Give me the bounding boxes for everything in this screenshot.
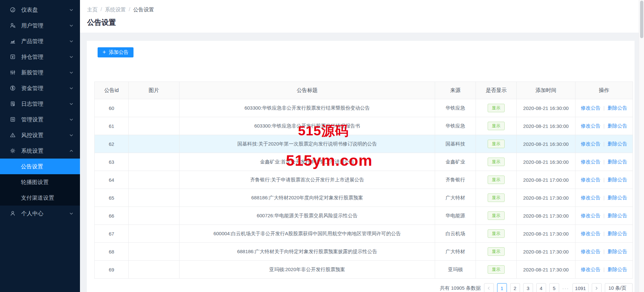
sidebar-item-3[interactable]: 持仓管理 <box>0 49 80 65</box>
sidebar-item-label: 资金管理 <box>21 85 43 92</box>
delete-announcement-link[interactable]: 删除公告 <box>607 141 627 146</box>
pagination-next-button[interactable] <box>592 283 602 292</box>
sidebar-subitem-1[interactable]: 轮播图设置 <box>0 174 80 190</box>
cell-display: 显示 <box>476 243 517 261</box>
cell-source: 齐鲁银行 <box>435 171 476 189</box>
pagination-page-1[interactable]: 1 <box>497 283 507 292</box>
pagination-page-1091[interactable]: 1091 <box>573 283 589 292</box>
column-header-4: 是否显示 <box>476 82 517 99</box>
scrollbar-thumb[interactable] <box>640 1 643 38</box>
dollar-circle-icon <box>10 85 16 91</box>
delete-announcement-link[interactable]: 删除公告 <box>607 177 627 182</box>
edit-announcement-link[interactable]: 修改公告 <box>581 177 601 182</box>
cell-announcement-id: 66 <box>95 207 129 225</box>
sidebar-item-9[interactable]: 系统设置 <box>0 143 80 159</box>
display-badge[interactable]: 显示 <box>488 104 505 112</box>
display-badge[interactable]: 显示 <box>488 265 505 274</box>
edit-announcement-link[interactable]: 修改公告 <box>581 195 601 200</box>
cell-add-time: 2020-08-21 17:30:00 <box>517 261 575 279</box>
display-badge[interactable]: 显示 <box>488 229 505 238</box>
chevron-down-icon <box>69 211 73 216</box>
display-badge[interactable]: 显示 <box>488 247 505 256</box>
table-row: 66600726:华电能源关于股票交易风险提示性公告华电能源显示2020-08-… <box>95 207 633 225</box>
cell-display: 显示 <box>476 153 517 171</box>
pagination-page-2[interactable]: 2 <box>510 283 520 292</box>
breadcrumb-item-0[interactable]: 主页 <box>87 7 98 13</box>
edit-announcement-link[interactable]: 修改公告 <box>581 267 601 272</box>
pagination-page-3[interactable]: 3 <box>523 283 533 292</box>
delete-announcement-link[interactable]: 删除公告 <box>607 123 627 129</box>
warning-triangle-icon <box>10 132 16 138</box>
chevron-down-icon <box>69 55 73 59</box>
delete-announcement-link[interactable]: 删除公告 <box>607 105 627 111</box>
action-divider: | <box>604 231 605 236</box>
cell-actions: 修改公告|删除公告 <box>575 117 633 135</box>
display-badge[interactable]: 显示 <box>488 211 505 220</box>
display-badge[interactable]: 显示 <box>488 158 505 166</box>
action-divider: | <box>604 123 605 129</box>
delete-announcement-link[interactable]: 删除公告 <box>607 231 627 236</box>
cell-announcement-id: 62 <box>95 135 129 153</box>
sidebar-item-8[interactable]: 风控设置 <box>0 127 80 143</box>
page-title: 公告设置 <box>87 18 644 27</box>
sidebar-item-4[interactable]: 新股管理 <box>0 65 80 80</box>
delete-announcement-link[interactable]: 删除公告 <box>607 213 627 218</box>
delete-announcement-link[interactable]: 删除公告 <box>607 249 627 254</box>
display-badge[interactable]: 显示 <box>488 122 505 130</box>
sidebar-item-5[interactable]: 资金管理 <box>0 80 80 96</box>
sidebar: 仪表盘用户管理产品管理持仓管理新股管理资金管理日志管理管理设置风控设置系统设置公… <box>0 0 80 292</box>
edit-announcement-link[interactable]: 修改公告 <box>581 159 601 164</box>
cell-actions: 修改公告|删除公告 <box>575 153 633 171</box>
sidebar-subitem-0[interactable]: 公告设置 <box>0 159 80 174</box>
table-header-row: 公告id图片公告标题来源是否显示添加时间操作 <box>95 82 633 99</box>
action-divider: | <box>604 105 605 111</box>
edit-announcement-link[interactable]: 修改公告 <box>581 141 601 146</box>
sidebar-item-1[interactable]: 用户管理 <box>0 18 80 33</box>
page-size-label: 10 条/页 <box>608 285 626 291</box>
sidebar-item-profile[interactable]: 个人中心 <box>0 206 80 221</box>
pagination-prev-button[interactable] <box>484 283 494 292</box>
pagination-pages: 12345···1091 <box>497 283 589 292</box>
cell-actions: 修改公告|删除公告 <box>575 225 633 243</box>
sidebar-item-2[interactable]: 产品管理 <box>0 33 80 49</box>
cell-image <box>129 99 180 117</box>
display-badge[interactable]: 显示 <box>488 176 505 184</box>
sidebar-item-label: 持仓管理 <box>21 53 43 61</box>
page-size-select[interactable]: 10 条/页 <box>605 283 633 292</box>
edit-announcement-link[interactable]: 修改公告 <box>581 105 601 111</box>
cell-image <box>129 171 180 189</box>
sidebar-submenu: 公告设置轮播图设置支付渠道设置 <box>0 159 80 206</box>
delete-announcement-link[interactable]: 删除公告 <box>607 159 627 164</box>
delete-announcement-link[interactable]: 删除公告 <box>607 267 627 272</box>
edit-announcement-link[interactable]: 修改公告 <box>581 231 601 236</box>
column-header-0: 公告id <box>95 82 129 99</box>
pagination-total: 共有 10905 条数据 <box>440 285 481 291</box>
sidebar-subitem-label: 轮播图设置 <box>21 178 49 186</box>
cell-source: 华电能源 <box>435 207 476 225</box>
plus-icon: + <box>102 49 106 55</box>
cell-source: 广大特材 <box>435 189 476 207</box>
pagination-page-4[interactable]: 4 <box>536 283 546 292</box>
sidebar-item-7[interactable]: 管理设置 <box>0 112 80 127</box>
delete-announcement-link[interactable]: 删除公告 <box>607 195 627 200</box>
sidebar-item-0[interactable]: 仪表盘 <box>0 2 80 18</box>
display-badge[interactable]: 显示 <box>488 140 505 148</box>
area-chart-icon <box>10 38 16 44</box>
sidebar-item-label: 风控设置 <box>21 131 43 139</box>
display-badge[interactable]: 显示 <box>488 193 505 202</box>
edit-announcement-link[interactable]: 修改公告 <box>581 249 601 254</box>
edit-announcement-link[interactable]: 修改公告 <box>581 213 601 218</box>
cell-add-time: 2020-08-21 16:30:00 <box>517 153 575 171</box>
sidebar-item-label: 系统设置 <box>21 147 43 155</box>
gear-icon <box>10 148 16 154</box>
edit-announcement-link[interactable]: 修改公告 <box>581 123 601 129</box>
cell-add-time: 2020-08-21 17:30:00 <box>517 243 575 261</box>
cell-actions: 修改公告|删除公告 <box>575 99 633 117</box>
sidebar-item-6[interactable]: 日志管理 <box>0 96 80 112</box>
sidebar-subitem-2[interactable]: 支付渠道设置 <box>0 190 80 206</box>
pagination-page-5[interactable]: 5 <box>549 283 559 292</box>
cell-source: 广大特材 <box>435 243 476 261</box>
breadcrumb-item-1[interactable]: 系统设置 <box>105 7 126 13</box>
cell-actions: 修改公告|删除公告 <box>575 207 633 225</box>
add-announcement-button[interactable]: + 添加公告 <box>98 47 134 57</box>
